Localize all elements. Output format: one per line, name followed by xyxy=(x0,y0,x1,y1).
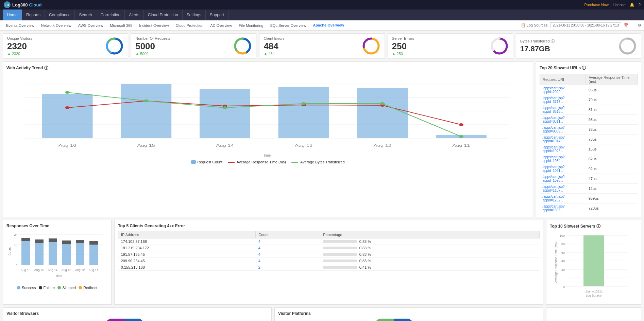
notification-icon[interactable]: 🔔 xyxy=(630,3,634,7)
nav-item-cloud-protection[interactable]: Cloud Protection xyxy=(144,10,183,20)
web-activity-title: Web Activity Trend ⓘ xyxy=(6,65,529,71)
svg-text:80: 80 xyxy=(561,243,565,246)
stat-value-bytes: 17.87GB xyxy=(520,44,555,53)
stat-requests: Number Of Requests 5000 ▲ 5000 xyxy=(131,33,256,59)
x-axis-label: Time xyxy=(25,154,509,157)
svg-rect-30 xyxy=(200,89,250,138)
svg-rect-78 xyxy=(76,240,84,243)
svg-text:Aug 11: Aug 11 xyxy=(89,268,99,272)
logo-icon: L3 xyxy=(3,1,11,8)
top-bar-left: L3 Log360 Cloud xyxy=(3,1,41,8)
svg-text:Aug 11: Aug 11 xyxy=(452,144,470,147)
svg-rect-74 xyxy=(49,238,57,242)
help-icon[interactable]: ? xyxy=(639,3,641,7)
svg-rect-31 xyxy=(278,87,329,138)
time-cell: 79us xyxy=(586,95,638,105)
nav-item-correlation[interactable]: Correlation xyxy=(96,10,125,20)
top-bar-right: Purchase Now License 🔔 ? xyxy=(584,3,641,7)
table-row: 181.219.204.172 4 0.83 % xyxy=(118,245,540,251)
svg-text:dhana-10311: dhana-10311 xyxy=(584,290,603,293)
svg-point-45 xyxy=(459,135,463,138)
subnav-events-overview[interactable]: Events Overview xyxy=(3,20,38,31)
subnav-ad-overview[interactable]: AD Overview xyxy=(207,20,235,31)
count-cell: 4 xyxy=(256,238,320,245)
date-range[interactable]: 2021-08-11 23:00:36 - 2021-08-16 19:27:1… xyxy=(550,22,621,28)
table-row: /apps/cart.jsp?appid=2029... 95us xyxy=(540,85,638,95)
pct-cell: 0.83 % xyxy=(320,238,540,245)
responses-chart: 2k 1k 0 Aug 16 Aug 15 Aug 1 xyxy=(6,231,108,282)
top5-clients-title: Top 5 Clients Generating 4xx Error xyxy=(118,224,540,228)
stat-bytes: Bytes Transferred ⓘ 17.87GB xyxy=(516,33,641,59)
legend-failure: Failure xyxy=(39,286,55,290)
web-activity-panel: Web Activity Trend ⓘ 0 30 60 90 120 xyxy=(3,61,533,217)
top5-clients-panel: Top 5 Clients Generating 4xx Error IP Ad… xyxy=(114,220,543,305)
subnav-cloud-protection[interactable]: Cloud Protection xyxy=(172,20,207,31)
uri-cell: /apps/cart.jsp?appid=1303... xyxy=(540,203,586,213)
slowest-urls-panel: Top 20 Slowest URLs ⓘ Request URI Averag… xyxy=(536,61,641,217)
responses-legend: Success Failure Skipped Redirect xyxy=(6,286,108,290)
time-cell: 959us xyxy=(586,194,638,203)
ip-cell: 209.90.254.45 xyxy=(118,258,256,264)
legend-response-time: Average Response Time (ms) xyxy=(228,160,286,164)
table-row: /apps/cart.jsp?appid=1028... 15us xyxy=(540,144,638,154)
slowest-servers-chart: 100 80 60 40 20 0 dhana-10311 Log Source… xyxy=(550,232,638,300)
table-row: /apps/cart.jsp?appid=3717... 79us xyxy=(540,95,638,105)
table-row: /apps/cart.jsp?appid=8615... 81us xyxy=(540,105,638,115)
stat-info-requests: Number Of Requests 5000 ▲ 5000 xyxy=(135,36,170,56)
visitor-platforms-title: Visitor Platforms xyxy=(278,311,540,316)
subnav-network-overview[interactable]: Network Overview xyxy=(38,20,75,31)
svg-rect-102 xyxy=(583,235,604,286)
svg-point-40 xyxy=(65,91,69,94)
nav-item-alerts[interactable]: Alerts xyxy=(125,10,144,20)
stat-chart-visitors xyxy=(105,37,124,55)
responses-over-time-panel: Responses Over Time 2k 1k 0 xyxy=(3,220,112,305)
nav-item-search[interactable]: Search xyxy=(75,10,96,20)
time-cell: 95us xyxy=(586,85,638,95)
nav-item-reports[interactable]: Reports xyxy=(22,10,45,20)
svg-rect-70 xyxy=(21,238,30,241)
subnav-microsoft-365[interactable]: Microsoft 365 xyxy=(106,20,136,31)
slowest-urls-title: Top 20 Slowest URLs ⓘ xyxy=(540,65,638,71)
stat-chart-server-errors xyxy=(490,37,509,55)
purchase-now-link[interactable]: Purchase Now xyxy=(584,3,609,7)
svg-text:40: 40 xyxy=(561,260,565,263)
subnav-sql-server-overview[interactable]: SQL Server Overview xyxy=(267,20,309,31)
subnav-aws-overview[interactable]: AWS Overview xyxy=(75,20,107,31)
pct-cell: 0.83 % xyxy=(320,258,540,264)
ip-cell: 181.219.204.172 xyxy=(118,245,256,251)
col-ip: IP Address xyxy=(118,231,256,238)
stat-value-server-errors: 250 xyxy=(392,41,414,52)
nav-item-compliance[interactable]: Compliance xyxy=(45,10,75,20)
platforms-pie xyxy=(370,319,418,321)
svg-rect-29 xyxy=(121,84,171,138)
subnav-apache-overview[interactable]: Apache Overview xyxy=(309,20,348,31)
subnav-incident-overview[interactable]: Incident Overview xyxy=(136,20,172,31)
uri-cell: /apps/cart.jsp?appid=1028... xyxy=(540,144,586,154)
license-link[interactable]: License xyxy=(613,3,626,7)
fullscreen-icon[interactable]: ⛶ xyxy=(631,23,635,28)
stat-client-errors: Client Errors 484 ▲ 484 xyxy=(259,33,385,59)
time-cell: 12us xyxy=(586,184,638,194)
svg-rect-79 xyxy=(89,245,98,265)
nav-item-support[interactable]: Support xyxy=(206,10,228,20)
logo: L3 Log360 Cloud xyxy=(3,1,41,8)
stat-chart-client-errors xyxy=(362,37,380,55)
time-cell: 47us xyxy=(586,174,638,184)
responses-over-time-title: Responses Over Time xyxy=(6,224,108,228)
logo-text: Log360 xyxy=(12,2,28,7)
table-row: /apps/cart.jsp?appid=1091... 92us xyxy=(540,164,638,174)
svg-text:Aug 14: Aug 14 xyxy=(48,268,58,272)
slowest-urls-table: Request URI Average Response Time (ms) /… xyxy=(540,74,638,213)
svg-rect-28 xyxy=(42,94,93,138)
settings-icon[interactable]: ⚙ xyxy=(638,23,641,28)
legend-redirect: Redirect xyxy=(79,286,97,290)
nav-item-settings[interactable]: Settings xyxy=(183,10,206,20)
table-row: /apps/cart.jsp?appid=1282... 959us xyxy=(540,194,638,203)
uri-cell: /apps/cart.jsp?appid=8811... xyxy=(540,115,586,125)
uri-cell: /apps/cart.jsp?appid=1107... xyxy=(540,184,586,194)
svg-text:Time: Time xyxy=(55,274,62,278)
bottom-right-panel xyxy=(546,307,641,321)
subnav-file-monitoring[interactable]: File Monitoring xyxy=(235,20,267,31)
nav-item-home[interactable]: Home xyxy=(3,10,22,20)
calendar-icon[interactable]: 📅 xyxy=(624,23,629,28)
